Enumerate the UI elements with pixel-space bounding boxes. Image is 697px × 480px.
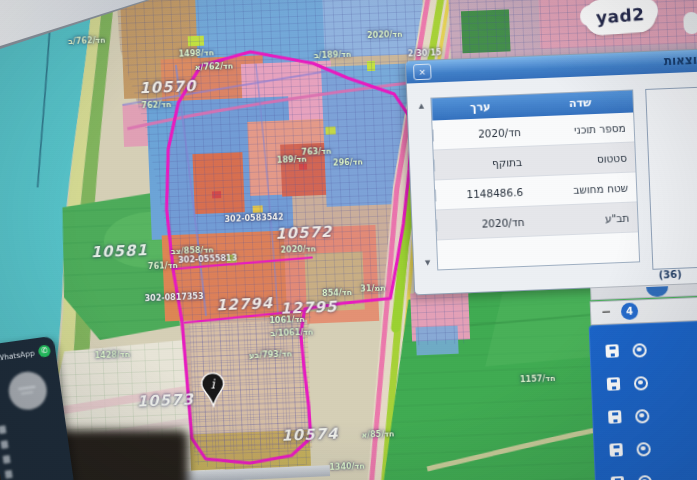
attribute-field: סטטוס bbox=[530, 151, 635, 167]
map-label: חד/762/א bbox=[194, 61, 233, 72]
map-label: חד/296 bbox=[333, 157, 363, 167]
map-label: 302-0583542 bbox=[224, 212, 283, 223]
attribute-table: ▲ ▼ ערך שדה חד/2020מספר תוכניבתוקףסטטוס1… bbox=[417, 89, 640, 271]
attribute-field: מספר תוכני bbox=[529, 121, 634, 137]
map-label: חד/1157 bbox=[520, 373, 556, 383]
map-label: תמ/31 bbox=[360, 283, 386, 293]
results-title: תוצאות bbox=[664, 53, 697, 69]
map-label: חד/762/ב bbox=[68, 35, 106, 46]
table-body: חד/2020מספר תוכניבתוקףסטטוס1148486.6שטח … bbox=[432, 112, 638, 240]
map-label: חד/2020 bbox=[367, 29, 403, 39]
map-label: 10574 bbox=[281, 425, 339, 445]
map-label: 12794 bbox=[216, 294, 274, 314]
info-marker[interactable]: i bbox=[200, 371, 225, 408]
attribute-value: חד/2020 bbox=[433, 125, 529, 141]
layer-row[interactable] bbox=[589, 330, 697, 368]
map-label: חד/1061 bbox=[269, 314, 305, 324]
map-label: חד/189 bbox=[277, 154, 307, 164]
save-icon[interactable] bbox=[609, 443, 623, 457]
map-label: 10573 bbox=[136, 390, 194, 410]
attribute-value: בתוקף bbox=[434, 155, 530, 171]
blurred-text-mark bbox=[5, 470, 13, 479]
attribute-value: 1148486.6 bbox=[435, 185, 531, 201]
yad2-logo-text: yad2 bbox=[595, 4, 645, 28]
visibility-icon[interactable] bbox=[638, 475, 653, 480]
save-icon[interactable] bbox=[607, 377, 621, 391]
close-icon[interactable]: × bbox=[413, 64, 432, 81]
visibility-icon[interactable] bbox=[636, 442, 651, 457]
visibility-icon[interactable] bbox=[634, 376, 649, 391]
whatsapp-label: WhatsApp bbox=[0, 348, 35, 362]
avatar bbox=[6, 369, 49, 412]
map-label: 2/30/15 bbox=[408, 48, 442, 58]
map-label: 10581 bbox=[90, 241, 148, 261]
gis-screen: חד/762/בחד/1498חד/2020חד/189/ב2/30/15חד/… bbox=[0, 0, 697, 480]
scroll-thumb[interactable] bbox=[646, 286, 668, 297]
map-label: חד/2020 bbox=[280, 244, 316, 254]
scroll-down-icon[interactable]: ▼ bbox=[425, 259, 431, 267]
results-panel: תוצאות × ▲ ▼ ערך שדה חד/2020מספר תוכניבת… bbox=[405, 47, 697, 296]
map-label: חד/793/בע bbox=[249, 349, 292, 360]
map-label: חד/1498 bbox=[179, 48, 215, 58]
results-count: (36) bbox=[658, 269, 681, 281]
logo-sliver bbox=[683, 12, 697, 35]
map-label: חד/1428 bbox=[95, 349, 131, 359]
collapse-icon[interactable]: − bbox=[601, 305, 612, 319]
map-label: חד/189/ב bbox=[314, 49, 352, 60]
layers-panel bbox=[589, 320, 697, 480]
attribute-value: חד/2020 bbox=[436, 215, 532, 231]
save-icon[interactable] bbox=[605, 344, 619, 358]
whatsapp-icon: ✆ bbox=[38, 344, 52, 358]
map-label: חד/1340 bbox=[329, 461, 365, 471]
map-label: חד/854 bbox=[322, 287, 352, 297]
map-label: 10570 bbox=[139, 77, 197, 97]
blurred-text-mark bbox=[0, 425, 6, 434]
blurred-text-mark bbox=[3, 455, 11, 464]
scroll-up-icon[interactable]: ▲ bbox=[419, 102, 425, 110]
attribute-field: שטח מחושב bbox=[531, 181, 636, 197]
map-label: חד/85/א bbox=[361, 429, 394, 439]
map-label: חד/1061/ב bbox=[270, 327, 314, 338]
results-list-pane bbox=[645, 84, 697, 270]
whatsapp-header: WhatsApp ✆ bbox=[0, 344, 51, 363]
map-label: 10572 bbox=[275, 223, 333, 243]
photo-of-monitor: חד/762/בחד/1498חד/2020חד/189/ב2/30/15חד/… bbox=[0, 0, 697, 480]
save-icon[interactable] bbox=[608, 410, 622, 424]
blurred-text-mark bbox=[1, 440, 9, 449]
attribute-field: תב"ע bbox=[532, 211, 637, 227]
map-label: חד/762 bbox=[141, 100, 171, 110]
visibility-icon[interactable] bbox=[635, 409, 650, 424]
save-icon[interactable] bbox=[611, 476, 625, 480]
layer-row[interactable] bbox=[593, 429, 697, 467]
map-label: 302-0817353 bbox=[144, 291, 203, 302]
col-header-field: שדה bbox=[527, 90, 633, 116]
layer-row[interactable] bbox=[590, 363, 697, 401]
layer-row[interactable] bbox=[592, 396, 697, 434]
map-label: 302-0555813 bbox=[178, 253, 237, 264]
attribute-grid: ערך שדה חד/2020מספר תוכניבתוקףסטטוס11484… bbox=[430, 89, 640, 270]
layers-count-badge: 4 bbox=[621, 302, 639, 320]
map-label: חד/761 bbox=[148, 260, 178, 270]
visibility-icon[interactable] bbox=[632, 343, 647, 358]
col-header-value: ערך bbox=[431, 95, 528, 121]
